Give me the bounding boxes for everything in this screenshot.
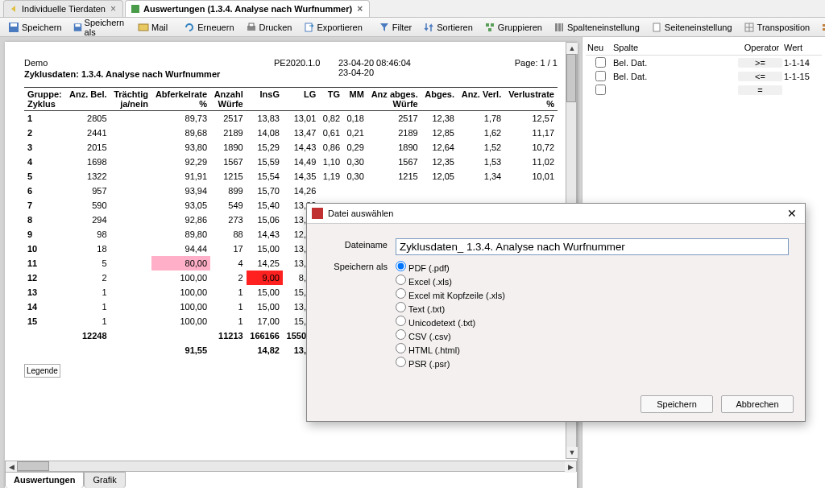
radio-input[interactable] bbox=[396, 329, 406, 340]
sort-button[interactable]: Sortieren bbox=[418, 19, 478, 35]
horizontal-scrollbar[interactable]: ◀ ▶ bbox=[5, 461, 577, 472]
tab-auswertungen-bottom[interactable]: Auswertungen bbox=[5, 472, 84, 488]
format-radio[interactable]: Excel (.xls) bbox=[396, 274, 505, 287]
cell bbox=[110, 126, 151, 140]
close-icon[interactable]: ✕ bbox=[784, 207, 800, 220]
cell: 12,57 bbox=[504, 111, 558, 126]
cell: 1,78 bbox=[458, 111, 504, 126]
cell: 17 bbox=[210, 242, 247, 256]
save-button[interactable]: Speichern bbox=[3, 19, 67, 35]
cell bbox=[110, 242, 151, 256]
cancel-button[interactable]: Abbrechen bbox=[721, 395, 794, 413]
page-title: Zyklusdaten: 1.3.4. Analyse nach Wurfnum… bbox=[24, 69, 274, 79]
table-row: 2244189,68218914,0813,470,610,21218912,8… bbox=[24, 126, 558, 140]
cell: 1,52 bbox=[458, 140, 504, 155]
filter-checkbox[interactable] bbox=[595, 71, 606, 81]
cell: 12 bbox=[24, 271, 65, 285]
filter-column[interactable]: Bel. Dat. bbox=[613, 58, 736, 68]
tab-auswertungen[interactable]: Auswertungen (1.3.4. Analyse nach Wurfnu… bbox=[125, 0, 370, 17]
cell: 1 bbox=[210, 300, 247, 314]
tab-label: Individuelle Tierdaten bbox=[22, 4, 106, 14]
format-radio[interactable]: Excel mit Kopfzeile (.xls) bbox=[396, 287, 505, 301]
close-icon[interactable]: × bbox=[355, 3, 364, 14]
filter-hdr-op: Operator bbox=[740, 43, 784, 52]
format-radio[interactable]: Text (.txt) bbox=[396, 301, 505, 315]
radio-input[interactable] bbox=[396, 316, 406, 326]
format-radio[interactable]: HTML (.html) bbox=[396, 342, 505, 356]
cell: 549 bbox=[210, 198, 247, 213]
filter-value[interactable]: 1-1-15 bbox=[784, 72, 820, 81]
filter-operator[interactable]: <= bbox=[738, 72, 782, 81]
group-icon bbox=[484, 22, 495, 33]
cell: 14,35 bbox=[283, 169, 319, 184]
mail-button[interactable]: Mail bbox=[133, 19, 172, 35]
cell: 273 bbox=[210, 213, 247, 227]
scroll-up-icon[interactable]: ▲ bbox=[566, 43, 578, 54]
format-radio[interactable]: PSR (.psr) bbox=[396, 356, 505, 370]
cell: 2 bbox=[24, 126, 65, 140]
cell: 100,00 bbox=[151, 300, 210, 314]
radio-input[interactable] bbox=[396, 275, 406, 285]
format-radio[interactable]: CSV (.csv) bbox=[396, 328, 505, 342]
transpose-button[interactable]: Transposition bbox=[739, 19, 815, 35]
cell: 15,00 bbox=[247, 242, 283, 256]
cell: 14,43 bbox=[247, 227, 283, 242]
save-button[interactable]: Speichern bbox=[641, 395, 713, 413]
tab-grafik[interactable]: Grafik bbox=[84, 472, 125, 488]
col-header: Abges. bbox=[421, 88, 458, 111]
filter-button[interactable]: Filter bbox=[374, 19, 417, 35]
filename-input[interactable] bbox=[396, 238, 789, 255]
radio-input[interactable] bbox=[396, 302, 406, 312]
print-button[interactable]: Drucken bbox=[241, 19, 297, 35]
cell: 6 bbox=[24, 184, 65, 198]
group-button[interactable]: Gruppieren bbox=[479, 19, 547, 35]
scroll-down-icon[interactable]: ▼ bbox=[566, 447, 578, 458]
cell: 0,30 bbox=[343, 155, 367, 169]
page-setup-button[interactable]: Seiteneinstellung bbox=[646, 19, 737, 35]
radio-input[interactable] bbox=[396, 261, 406, 271]
columns-button[interactable]: Spalteneinstellung bbox=[549, 19, 645, 35]
filter-value[interactable]: 1-1-14 bbox=[784, 58, 820, 68]
filter-operator[interactable]: >= bbox=[738, 58, 782, 68]
format-radio[interactable]: PDF (.pdf) bbox=[396, 260, 505, 274]
cell bbox=[421, 184, 458, 198]
labels-button[interactable]: Etiketten bbox=[816, 19, 825, 35]
refresh-button[interactable]: Erneuern bbox=[179, 19, 238, 35]
cell: 0,82 bbox=[319, 111, 343, 126]
radio-input[interactable] bbox=[396, 357, 406, 367]
svg-rect-11 bbox=[488, 28, 491, 31]
filter-icon bbox=[379, 22, 390, 33]
cell: 2441 bbox=[65, 126, 110, 140]
cell: 7 bbox=[24, 198, 65, 213]
transpose-icon bbox=[744, 22, 755, 33]
scroll-left-icon[interactable]: ◀ bbox=[6, 461, 17, 473]
cell: 11,02 bbox=[504, 155, 558, 169]
cell bbox=[110, 213, 151, 227]
col-header: InsG bbox=[247, 88, 283, 111]
cell: 15,70 bbox=[247, 184, 283, 198]
export-button[interactable]: Exportieren bbox=[299, 19, 367, 35]
format-radio[interactable]: Unicodetext (.txt) bbox=[396, 315, 505, 328]
filter-checkbox[interactable] bbox=[595, 57, 606, 68]
cell: 4 bbox=[210, 256, 247, 271]
arrow-left-icon bbox=[9, 4, 19, 14]
tab-tierdaten[interactable]: Individuelle Tierdaten × bbox=[3, 0, 123, 17]
cell: 294 bbox=[65, 213, 110, 227]
radio-input[interactable] bbox=[396, 288, 406, 299]
cell: 0,18 bbox=[343, 111, 367, 126]
cell: 92,86 bbox=[151, 213, 210, 227]
cell: 11 bbox=[24, 256, 65, 271]
cell: 10,01 bbox=[504, 169, 558, 184]
col-header: Anz. Bel. bbox=[65, 88, 110, 111]
filter-column[interactable]: Bel. Dat. bbox=[613, 72, 736, 81]
cell: 5 bbox=[65, 256, 110, 271]
save-as-button[interactable]: Speichern als bbox=[68, 15, 132, 39]
close-icon[interactable]: × bbox=[109, 3, 118, 14]
cell: 3 bbox=[24, 140, 65, 155]
filter-operator[interactable]: = bbox=[738, 85, 782, 95]
radio-input[interactable] bbox=[396, 343, 406, 353]
filter-checkbox[interactable] bbox=[595, 85, 606, 95]
cell: 89,73 bbox=[151, 111, 210, 126]
export-icon bbox=[304, 22, 315, 33]
scroll-right-icon[interactable]: ▶ bbox=[565, 461, 576, 473]
